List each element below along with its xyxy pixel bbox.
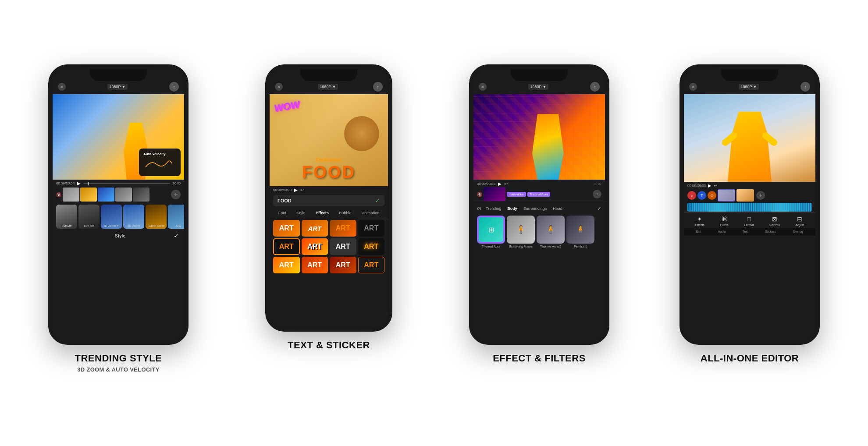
tool-effects[interactable]: ✦ Effects xyxy=(695,216,704,227)
bubble-btn[interactable]: Bubble xyxy=(339,211,352,215)
food-text-overlay: Delicious FOOD xyxy=(302,156,356,182)
style-item-5[interactable]: Arty xyxy=(168,205,184,229)
style-item-2[interactable]: 3D Zoom Pi xyxy=(101,205,122,229)
undo-btn-2[interactable]: ↩ xyxy=(300,188,304,192)
style-item-0[interactable]: Evil Me xyxy=(56,205,77,229)
tool-format[interactable]: □ Format xyxy=(744,216,754,227)
figure-icon-4: 🧍 xyxy=(576,225,585,234)
upload-button-1[interactable]: ↑ xyxy=(169,82,179,92)
add-clip-button[interactable]: + xyxy=(171,190,181,199)
nav-text[interactable]: Text xyxy=(743,230,748,233)
thermal-aura2-label: Thermal Aura 2 xyxy=(537,245,565,248)
food-input-row[interactable]: FOOD ✓ xyxy=(273,195,384,206)
art-style-8[interactable]: ART xyxy=(273,257,300,273)
velocity-title: Auto Velocity xyxy=(143,152,176,156)
clip-thumb-1 xyxy=(63,188,79,202)
mute-3[interactable]: 🔇 xyxy=(477,192,482,197)
add-clip-3[interactable]: + xyxy=(593,190,601,198)
pin-face[interactable]: ☺ xyxy=(708,191,716,200)
art-style-6[interactable]: ART xyxy=(330,238,356,255)
adjust-label: Adjust xyxy=(796,223,804,227)
nav-audio[interactable]: Audio xyxy=(718,230,726,233)
undo-3[interactable]: ↩ xyxy=(504,181,508,186)
effect-thermal-aura[interactable]: ⊞ Thermal Aura xyxy=(477,216,505,248)
art-style-2[interactable]: ART xyxy=(330,220,356,237)
tab-body[interactable]: Body xyxy=(505,205,519,212)
style-item-4[interactable]: Game Carte xyxy=(146,205,167,229)
play-4[interactable]: ▶ xyxy=(708,183,711,188)
section-allinone: ✕ 1080P▼ ↑ 00:00/00:03 xyxy=(644,60,855,377)
phone-notch-2 xyxy=(300,69,357,81)
style-item-3[interactable]: 3D Zoom xyxy=(123,205,144,229)
tab-surroundings[interactable]: Surroundings xyxy=(522,205,549,212)
close-button-1[interactable]: ✕ xyxy=(58,83,66,91)
figure-icon-3: 🧍 xyxy=(546,225,555,234)
tab-trending[interactable]: Trending xyxy=(484,205,503,212)
pin-music[interactable]: ♪ xyxy=(687,191,696,200)
art-style-7[interactable]: ART xyxy=(358,238,385,255)
effects-btn[interactable]: Effects xyxy=(316,211,329,215)
resolution-badge-4[interactable]: 1080P▼ xyxy=(739,84,759,90)
check-icon-1[interactable]: ✓ xyxy=(174,232,179,239)
nav-overlay[interactable]: Overlay xyxy=(793,230,804,233)
resolution-badge-1[interactable]: 1080P ▼ xyxy=(107,84,128,90)
clip-thumb-3 xyxy=(98,188,114,202)
phone-notch-4 xyxy=(721,69,778,81)
resolution-badge-2[interactable]: 1080P▼ xyxy=(318,84,338,90)
tab-head[interactable]: Head xyxy=(551,205,564,212)
food-big-text: FOOD xyxy=(302,163,356,182)
animation-btn[interactable]: Animation xyxy=(362,211,379,215)
art-style-3[interactable]: ART xyxy=(358,220,385,237)
scattering-label: Scattering Frame xyxy=(507,245,535,248)
art-style-1[interactable]: ART xyxy=(302,220,328,237)
style-item-1[interactable]: Evil Me xyxy=(78,205,100,229)
close-button-3[interactable]: ✕ xyxy=(479,83,487,91)
phone-screen-1: ✕ 1080P ▼ ↑ Auto Veloci xyxy=(53,69,184,340)
nav-edit[interactable]: Edit xyxy=(696,230,701,233)
time-4: 00:00/00:03 xyxy=(687,184,706,188)
filters-icon: ⌘ xyxy=(721,216,727,223)
tool-canvas[interactable]: ⊠ Canvas xyxy=(769,216,780,227)
art-style-0[interactable]: ART xyxy=(273,220,300,237)
art-style-10[interactable]: ART xyxy=(330,257,356,273)
art-style-5[interactable]: ART xyxy=(302,238,328,255)
tool-filters[interactable]: ⌘ Filters xyxy=(720,216,729,227)
active-border xyxy=(478,216,504,243)
tool-adjust[interactable]: ⊟ Adjust xyxy=(796,216,804,227)
play-btn-2[interactable]: ▶ xyxy=(294,188,298,192)
undo-4[interactable]: ↩ xyxy=(714,183,717,188)
section-effects: ✕ 1080P▼ ↑ 00:00/00:03 xyxy=(434,60,644,377)
video-area-1: Auto Velocity xyxy=(53,94,184,180)
close-button-2[interactable]: ✕ xyxy=(275,83,283,91)
clip4-1 xyxy=(718,189,735,202)
effects-label: Effects xyxy=(695,223,704,227)
food-check-icon[interactable]: ✓ xyxy=(375,197,380,204)
play-button-1[interactable]: ▶ xyxy=(77,181,81,186)
phone-3: ✕ 1080P▼ ↑ 00:00/00:03 xyxy=(469,64,609,345)
pin-text[interactable]: T xyxy=(697,191,706,200)
clip-thumb-4 xyxy=(115,188,132,202)
add-4[interactable]: + xyxy=(756,191,765,200)
style-btn[interactable]: Style xyxy=(296,211,305,215)
play-3[interactable]: ▶ xyxy=(498,181,502,186)
effect-scattering[interactable]: 🧍 Scattering Frame xyxy=(507,216,535,248)
font-btn[interactable]: Font xyxy=(278,211,286,215)
resolution-badge-3[interactable]: 1080P▼ xyxy=(528,84,549,90)
time-2: 00:00/00:03 xyxy=(273,188,292,192)
effect-fembot[interactable]: 🧍 Fembot 1 xyxy=(566,216,594,248)
format-icon: □ xyxy=(747,216,751,223)
art-style-9[interactable]: ART xyxy=(302,257,328,273)
upload-button-4[interactable]: ↑ xyxy=(800,82,810,92)
close-button-4[interactable]: ✕ xyxy=(689,83,697,91)
mute-icon-1[interactable]: 🔇 xyxy=(56,192,61,197)
more-tabs-icon[interactable]: ✓ xyxy=(597,205,601,212)
art-style-4[interactable]: ART xyxy=(273,238,300,255)
upload-button-2[interactable]: ↑ xyxy=(373,82,383,92)
art-grid: ART ART ART ART ART ART ART ART ART ART … xyxy=(270,218,388,275)
format-label: Format xyxy=(744,223,754,227)
effect-thermal-aura-2[interactable]: 🧍 Thermal Aura 2 xyxy=(537,216,565,248)
clip-thumb-2 xyxy=(80,188,97,202)
nav-stickers[interactable]: Stickers xyxy=(765,230,776,233)
art-style-11[interactable]: ART xyxy=(358,257,385,273)
upload-button-3[interactable]: ↑ xyxy=(590,82,600,92)
